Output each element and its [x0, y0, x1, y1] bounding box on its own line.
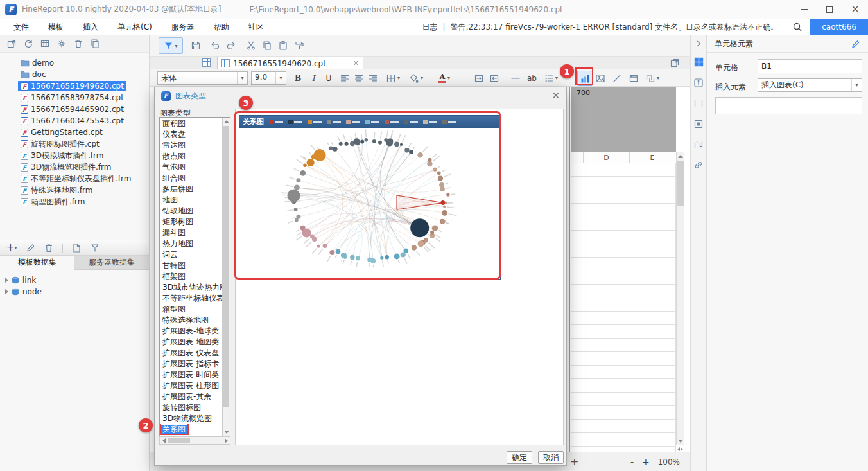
insert-image-button[interactable]	[595, 71, 605, 85]
widget-settings-panel-icon[interactable]	[691, 98, 706, 109]
list-horizontal-scrollbar[interactable]	[159, 436, 230, 445]
float-element-panel-icon[interactable]	[691, 139, 706, 150]
close-button[interactable]: ×	[842, 0, 868, 19]
table-view-icon[interactable]	[40, 39, 50, 49]
scrollbar-thumb[interactable]	[677, 161, 684, 206]
chart-type-option[interactable]: 扩展图表-指标卡	[160, 359, 222, 369]
chart-type-option[interactable]: 散点图	[160, 151, 222, 162]
vertical-scrollbar[interactable]	[676, 152, 684, 445]
scroll-down-icon[interactable]	[677, 437, 684, 445]
popout-window-icon[interactable]	[670, 58, 680, 68]
chart-type-option[interactable]: 3D物流概览图	[160, 413, 222, 424]
chart-type-option[interactable]: 漏斗图	[160, 227, 222, 238]
search-icon[interactable]	[792, 22, 803, 32]
file-tree-item[interactable]: F不等距坐标轴仪表盘插件.frm	[0, 173, 149, 184]
chart-type-option[interactable]: 不等距坐标轴仪表	[160, 293, 222, 304]
chart-type-option[interactable]: 扩展图表-仪表盘	[160, 348, 222, 359]
cell-ref-input[interactable]	[758, 59, 862, 73]
insert-element-select[interactable]: 插入图表(C)▾	[758, 78, 862, 92]
settings-gear-icon[interactable]	[56, 39, 67, 49]
align-right-button[interactable]	[368, 71, 378, 85]
chart-type-option[interactable]: 旋转图标图	[160, 402, 222, 413]
scroll-left-icon[interactable]	[160, 437, 168, 444]
scroll-up-icon[interactable]	[223, 118, 230, 125]
insert-dash-button[interactable]	[510, 71, 521, 85]
dataset-item[interactable]: node	[0, 286, 149, 298]
filter-dataset-icon[interactable]	[90, 243, 100, 253]
refresh-icon[interactable]	[23, 39, 33, 49]
chart-type-option[interactable]: 特殊选择地图	[160, 315, 222, 326]
copy-button[interactable]	[262, 37, 272, 54]
italic-button[interactable]: I	[306, 71, 320, 85]
bold-button[interactable]: B	[291, 71, 305, 85]
preview-dataset-icon[interactable]	[71, 243, 82, 253]
condition-attribute-panel-icon[interactable]	[691, 119, 706, 129]
menu-item-1[interactable]: 文件	[4, 19, 39, 35]
element-detail-box[interactable]	[715, 97, 862, 114]
collapse-panel-icon[interactable]	[691, 39, 706, 48]
chart-type-option[interactable]: 3D城市轨迹热力图	[160, 282, 222, 293]
sheet-grid[interactable]	[571, 163, 676, 452]
chart-type-option[interactable]: 扩展图表-其余	[160, 391, 222, 402]
file-tree-item[interactable]: F旋转图标图插件.cpt	[0, 138, 149, 150]
file-tree-item[interactable]: doc	[0, 69, 149, 80]
chart-type-option[interactable]: 扩展图表-柱形图	[160, 380, 222, 391]
maximize-button[interactable]	[817, 0, 842, 19]
undo-button[interactable]	[210, 37, 220, 54]
chart-type-option[interactable]: 扩展图表-地球类	[160, 326, 222, 337]
borders-button[interactable]: ▾	[386, 71, 400, 85]
menu-item-6[interactable]: 帮助	[204, 19, 239, 35]
next-icon[interactable]	[681, 447, 683, 451]
scrollbar-thumb[interactable]	[223, 126, 229, 407]
insert-line-button[interactable]	[612, 71, 622, 85]
align-left-button[interactable]	[340, 71, 350, 85]
expand-caret-icon[interactable]	[5, 289, 8, 294]
chart-type-option[interactable]: 扩展图表-时间类	[160, 369, 222, 380]
expand-caret-icon[interactable]	[5, 278, 8, 283]
chart-type-option[interactable]: 矩形树图	[160, 217, 222, 227]
chart-type-option[interactable]: 词云	[160, 249, 222, 260]
chart-type-option[interactable]: 扩展图表-地图类	[160, 337, 222, 348]
list-style-button[interactable]: ▾	[544, 71, 558, 85]
add-dataset-button[interactable]: +▾	[6, 243, 17, 253]
dialog-close-icon[interactable]: ✕	[551, 91, 560, 101]
fill-color-button[interactable]: ▾	[409, 71, 423, 85]
tab-close-icon[interactable]: ✕	[353, 59, 359, 67]
file-tree-item[interactable]: demo	[0, 57, 149, 69]
merge-cells-button[interactable]	[474, 71, 484, 85]
new-window-icon[interactable]	[6, 39, 17, 49]
template-settings-button[interactable]: ▾	[159, 37, 183, 54]
menu-item-3[interactable]: 插入	[73, 19, 108, 35]
file-tree-item[interactable]: F1566716594465902.cpt	[0, 103, 149, 115]
user-account-chip[interactable]: caott666	[810, 19, 868, 35]
minimize-button[interactable]	[791, 0, 817, 19]
insert-widget-button[interactable]	[629, 71, 639, 85]
edit-dataset-icon[interactable]	[26, 243, 35, 253]
relation-chart-preview[interactable]: 关系图	[239, 115, 501, 280]
dataset-item[interactable]: link	[0, 274, 149, 286]
chart-type-option[interactable]: 热力地图	[160, 238, 222, 249]
file-tree-item[interactable]: F1566716583978754.cpt	[0, 92, 149, 103]
dialog-titlebar[interactable]: F 图表类型 ✕	[155, 87, 566, 105]
dataset-tab-2[interactable]: 服务器数据集	[74, 256, 149, 270]
prev-icon[interactable]	[677, 447, 680, 451]
scroll-down-icon[interactable]	[223, 428, 230, 436]
menu-item-7[interactable]: 社区	[239, 19, 273, 35]
hyperlink-panel-icon[interactable]	[691, 160, 706, 170]
align-center-button[interactable]	[354, 71, 364, 85]
font-color-button[interactable]: A▾	[438, 71, 450, 85]
cell-attribute-panel-icon[interactable]	[691, 78, 706, 88]
scroll-right-icon[interactable]	[222, 437, 230, 444]
log-menu-item[interactable]: 日志	[422, 22, 437, 33]
save-button[interactable]	[191, 37, 201, 54]
cancel-button[interactable]: 取消	[538, 451, 564, 464]
ok-button[interactable]: 确定	[507, 451, 532, 464]
menu-item-4[interactable]: 单元格(C)	[108, 19, 162, 35]
zoom-in-button[interactable]: +	[642, 458, 650, 467]
insert-chart-button[interactable]	[577, 71, 593, 86]
chart-type-option[interactable]: 钻取地图	[160, 206, 222, 217]
chart-type-option[interactable]: 地图	[160, 195, 222, 206]
file-tree-item[interactable]: F箱型图插件.frm	[0, 196, 149, 208]
scrollbar-thumb[interactable]	[168, 438, 190, 443]
delete-icon[interactable]	[73, 39, 83, 49]
